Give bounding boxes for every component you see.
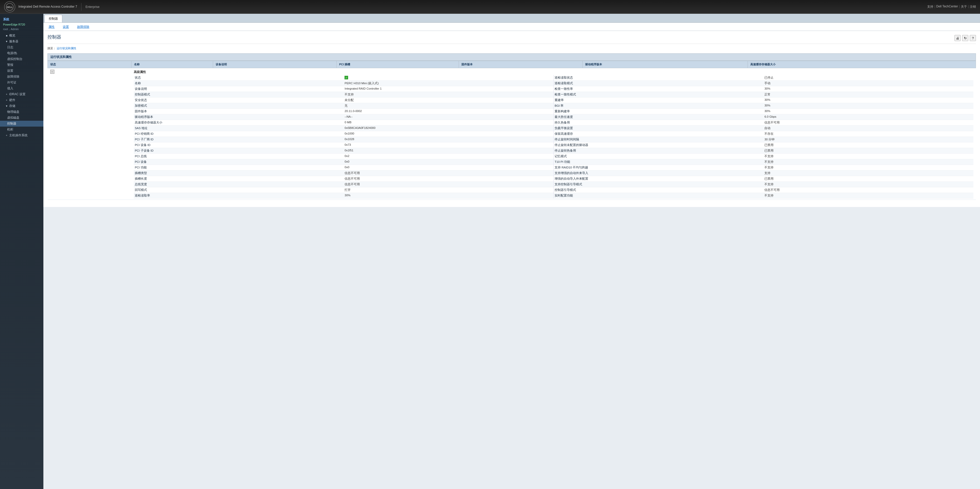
sidebar-item-settings[interactable]: 设置 [0, 68, 43, 74]
status-checkbox: ✓ [345, 76, 348, 80]
prop-sas: SAS 地址 0x5B8CA3A0F1824000 [134, 126, 553, 131]
prop-spindown-delay: 停止旋转时间间隔 30 分钟 [554, 137, 973, 142]
prop-preserve-cache: 保留高速缓存 不存在 [554, 131, 973, 137]
sidebar-item-vconsole[interactable]: 虚拟控制台 [0, 56, 43, 62]
prop-pci-device: PCI 设备 ID 0x73 [134, 142, 553, 148]
sidebar-item-server[interactable]: ▼ 服务器 [0, 38, 43, 45]
prop-reconstruct-rate: 重新构建率 30% [554, 109, 973, 114]
sidebar-item-hostos[interactable]: + 主机操作系统 [0, 132, 43, 139]
prop-patrol-rate: 巡检读取率 30% [134, 193, 553, 199]
sidebar-item-hardware[interactable]: + 硬件 [0, 97, 43, 103]
prop-cache-size: 高速缓存存储器大小 0 MB [134, 120, 553, 126]
sidebar-item-intrusion[interactable]: 侵入 [0, 86, 43, 91]
prop-max-speed: 最大胜任速度 6.0 Gbps [554, 114, 973, 120]
tab-controller[interactable]: 控制器 [45, 15, 62, 22]
expand-icon: ▼ [5, 40, 8, 43]
prop-memory-mode: 记忆模式 不支持 [554, 154, 973, 159]
sidebar-item-license[interactable]: 许可证 [0, 80, 43, 86]
prop-status: 状态 ✓ [134, 75, 553, 81]
help-button[interactable]: ? [970, 35, 976, 41]
sidebar-user-info: root，Admin [0, 27, 43, 33]
breadcrumb-link[interactable]: 运行状况和属性 [57, 47, 76, 50]
svg-text:DELL: DELL [6, 6, 13, 8]
col-firmware: 固件版本 [459, 61, 582, 68]
col-pci-slot: PCI 插槽 [336, 61, 459, 68]
page-title: 控制器 [48, 34, 61, 42]
sidebar-item-storage[interactable]: ▼ 存储 [0, 103, 43, 109]
expand-icon: + [5, 93, 8, 96]
sidebar-item-virtualdisk[interactable]: 虚拟磁盘 [0, 115, 43, 121]
refresh-button[interactable]: ↻ [962, 35, 968, 41]
expand-icon: + [5, 99, 8, 102]
prop-persistent-hotspare: 持久热备用 信息不可用 [554, 120, 973, 126]
prop-raid10-uneven: 支持 RAID10 不均匀跨越 不支持 [554, 165, 973, 170]
sub-tab-settings[interactable]: 设置 [60, 24, 72, 30]
prop-pci-dev: PCI 设备 0x0 [134, 159, 553, 165]
col-description: 设备说明 [213, 61, 336, 68]
sidebar: 系统 PowerEdge R720 root，Admin ■ 概览 ▼ 服务器 … [0, 14, 43, 489]
page-title-bar: 控制器 🖨 ↻ ? [48, 34, 976, 42]
col-name: 名称 [131, 61, 213, 68]
prop-pci-sub-device: PCI 子设备 ID 0x1f51 [134, 148, 553, 154]
prop-security: 安全状态 未分配 [134, 97, 553, 103]
col-cache-size: 高速缓存存储器大小 [748, 61, 976, 68]
prop-rebuild-rate: 重建率 30% [554, 97, 973, 103]
sidebar-server-name: PowerEdge R720 [0, 22, 43, 27]
summary-table-area: 状态 名称 设备说明 PCI 插槽 固件版本 驱动程序版本 高速缓存存储器大小 [48, 61, 976, 200]
sidebar-system-label: 系统 [0, 16, 43, 22]
col-status: 状态 [48, 61, 131, 68]
sidebar-item-enclosure[interactable]: 机柜 [0, 127, 43, 132]
prop-pci-func: PCI 功能 0x0 [134, 165, 553, 170]
summary-table: 状态 名称 设备说明 PCI 插槽 固件版本 驱动程序版本 高速缓存存储器大小 [48, 61, 976, 200]
app-title: Integrated Dell Remote Access Controller… [18, 5, 77, 9]
prop-name: 名称 PERC H310 Mini (嵌入式) [134, 81, 553, 86]
sidebar-item-troubleshoot[interactable]: 故障排除 [0, 74, 43, 80]
expand-icon: ▼ [5, 105, 8, 108]
sub-tab-troubleshoot[interactable]: 故障排除 [74, 24, 92, 30]
prop-cc-mode: 检查一致性模式 正常 [554, 92, 973, 97]
header: DELL Integrated Dell Remote Access Contr… [0, 0, 980, 14]
sidebar-item-controller[interactable]: 控制器 [0, 121, 43, 127]
sub-tab-bar: 属性 设置 故障排除 [43, 23, 980, 31]
advanced-section-label: 高级属性 [134, 69, 973, 75]
sidebar-item-power[interactable]: 电源/热 [0, 50, 43, 56]
sub-tab-properties[interactable]: 属性 [45, 24, 58, 30]
support-link[interactable]: 支持 [927, 5, 933, 9]
expand-icon: ■ [5, 34, 8, 37]
techcenter-link[interactable]: Dell TechCenter [936, 5, 958, 9]
prop-patrol-status: 巡检读取状态 已停止 [554, 75, 973, 81]
header-nav: 支持 | Dell TechCenter | 关于 | 注销 [927, 5, 976, 9]
sidebar-item-logs[interactable]: 日志 [0, 45, 43, 50]
prop-ctrl-boot-support: 支持控制器引导模式 不支持 [554, 182, 973, 187]
prop-patrol-mode: 巡检读取模式 手动 [554, 81, 973, 86]
prop-pci-sub-vendor: PCI 子厂商 ID 0x1028 [134, 137, 553, 142]
sidebar-item-overview[interactable]: ■ 概览 [0, 33, 43, 38]
prop-enhanced-import: 支持增强的自动外来导入 支持 [554, 170, 973, 176]
about-link[interactable]: 关于 [961, 5, 967, 9]
prop-spindown-hotspare: 停止旋转热备用 已禁用 [554, 148, 973, 154]
tab-bar: 控制器 [43, 14, 980, 23]
prop-slot-type: 插槽类型 信息不可用 [134, 170, 553, 176]
section-health-props: 运行状况和属性 状态 名称 设备说明 PCI 插槽 固件版本 驱动程序版本 [48, 53, 976, 200]
collapse-button[interactable]: − [50, 70, 54, 74]
prop-driver: 驱动程序版本 --NA-- [134, 114, 553, 120]
prop-ctrl-mode: 控制器模式 不支持 [134, 92, 553, 97]
print-button[interactable]: 🖨 [955, 35, 961, 41]
prop-loadbalance: 负载平衡设置 自动 [554, 126, 973, 131]
edition-label: Enterprise [86, 5, 100, 9]
breadcrumb: 跳至： 运行状况和属性 [48, 46, 976, 50]
prop-pci-vendor: PCI 经销商 ID 0x1000 [134, 131, 553, 137]
logout-link[interactable]: 注销 [970, 5, 976, 9]
prop-enhanced-import-cfg: 增强的自动导入外来配置 已禁用 [554, 176, 973, 182]
sidebar-item-alerts[interactable]: 警报 [0, 62, 43, 68]
sidebar-item-physicaldisk[interactable]: 物理磁盘 [0, 109, 43, 115]
prop-slot-len: 插槽长度 信息不可用 [134, 176, 553, 182]
expand-icon: + [5, 134, 8, 137]
sidebar-item-idrac[interactable]: + iDRAC 设置 [0, 91, 43, 97]
prop-spindown-uncfg: 停止旋转未配置的驱动器 已禁用 [554, 142, 973, 148]
prop-firmware: 固件版本 20.11.0-0002 [134, 109, 553, 114]
header-divider [81, 3, 81, 11]
prop-bgi-rate: BGI 率 30% [554, 103, 973, 109]
main-content: 控制器 属性 设置 故障排除 控制器 🖨 ↻ ? 跳至： 运行状况和属性 [43, 14, 980, 489]
table-row: − 高级属性 [48, 68, 976, 200]
